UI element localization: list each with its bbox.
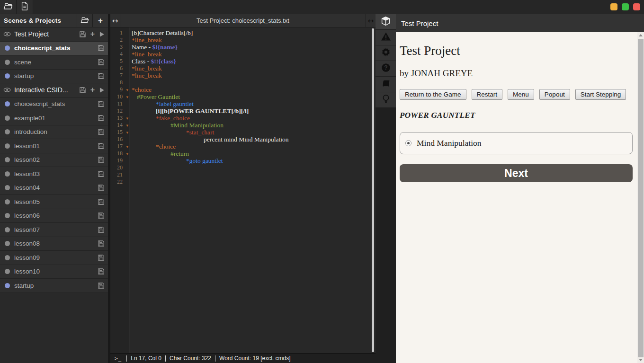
fold-arrow-icon[interactable]: ▾ <box>126 143 128 151</box>
add-scene-icon[interactable]: + <box>90 86 95 94</box>
scene-row-lesson06[interactable]: lesson06 <box>0 209 108 223</box>
close-dot[interactable] <box>633 3 640 10</box>
issues-tab[interactable] <box>376 30 396 45</box>
svg-text:?: ? <box>384 64 387 71</box>
scene-row-example01[interactable]: example01 <box>0 111 108 125</box>
scene-row-lesson09[interactable]: lesson09 <box>0 251 108 265</box>
collapse-left-handle[interactable]: ↔ <box>110 14 120 27</box>
project-row-test-project[interactable]: Test Project+ <box>0 27 108 42</box>
scene-status-dot <box>5 129 10 134</box>
scene-status-dot <box>5 227 10 232</box>
open-project-sidebar-button[interactable] <box>77 14 92 27</box>
scroll-down-icon[interactable] <box>639 357 643 363</box>
save-icon[interactable] <box>98 142 105 150</box>
tips-tab[interactable] <box>376 92 396 107</box>
console-icon[interactable]: >_ <box>110 355 126 362</box>
save-icon[interactable] <box>98 212 105 219</box>
run-project-icon[interactable] <box>99 87 105 93</box>
scene-row-introduction[interactable]: introduction <box>0 125 108 140</box>
scene-row-lesson01[interactable]: lesson01 <box>0 139 108 153</box>
fold-arrow-icon[interactable]: ▾ <box>126 115 128 122</box>
eye-icon[interactable] <box>3 31 11 37</box>
documentation-tab[interactable] <box>376 77 396 92</box>
cside-app: Scenes & Projects + Test Project+choices… <box>0 0 644 363</box>
code-line: *line_break <box>132 72 376 79</box>
restart-button[interactable]: Restart <box>472 89 503 100</box>
scene-status-dot <box>5 241 10 246</box>
save-icon[interactable] <box>98 268 105 275</box>
line-number: 2 <box>110 36 129 44</box>
run-project-icon[interactable] <box>99 31 105 37</box>
window-controls <box>610 0 644 14</box>
save-icon[interactable] <box>98 170 105 177</box>
collapse-right-handle[interactable]: ↔ <box>366 14 376 27</box>
code-line: *line_break <box>132 36 376 44</box>
scene-row-lesson08[interactable]: lesson08 <box>0 237 108 251</box>
save-icon[interactable] <box>98 59 105 66</box>
next-button[interactable]: Next <box>400 164 633 182</box>
scene-row-choicescript-stats[interactable]: choicescript_stats <box>0 97 108 112</box>
choice-option[interactable]: Mind Manipulation <box>400 132 633 154</box>
minimize-dot[interactable] <box>610 3 617 10</box>
editor-scrollbar[interactable] <box>372 28 374 352</box>
save-icon[interactable] <box>98 100 105 107</box>
fold-arrow-icon[interactable]: ▾ <box>126 129 128 136</box>
save-icon[interactable] <box>98 184 105 191</box>
menu-button[interactable]: Menu <box>508 89 534 100</box>
save-icon[interactable] <box>98 254 105 261</box>
save-icon[interactable] <box>98 240 105 247</box>
maximize-dot[interactable] <box>622 3 629 10</box>
start-stepping-button[interactable]: Start Stepping <box>575 89 626 100</box>
scene-row-scene[interactable]: scene <box>0 55 108 70</box>
save-icon[interactable] <box>98 128 105 135</box>
game-tab[interactable] <box>376 14 396 29</box>
open-project-button[interactable] <box>0 0 17 14</box>
editor-body[interactable]: 123456789▾10▾111213▾14▾15▾1617▾18▾192021… <box>110 27 376 353</box>
new-file-button[interactable] <box>17 0 33 14</box>
scene-row-lesson02[interactable]: lesson02 <box>0 153 108 168</box>
fold-arrow-icon[interactable]: ▾ <box>126 94 128 101</box>
save-icon[interactable] <box>98 198 105 205</box>
fold-arrow-icon[interactable]: ▾ <box>126 87 128 94</box>
bulb-icon <box>382 94 390 106</box>
scene-row-lesson05[interactable]: lesson05 <box>0 195 108 209</box>
add-scene-icon[interactable]: + <box>90 30 95 38</box>
folder-open-icon <box>80 16 89 26</box>
save-icon[interactable] <box>79 31 86 38</box>
radio-selected-icon[interactable] <box>405 140 411 146</box>
scene-row-lesson07[interactable]: lesson07 <box>0 223 108 237</box>
fold-arrow-icon[interactable]: ▾ <box>126 151 128 158</box>
scenes-projects-sidebar: Scenes & Projects + Test Project+choices… <box>0 14 108 363</box>
popout-button[interactable]: Popout <box>539 89 570 100</box>
eye-icon[interactable] <box>3 87 11 93</box>
game-scrollbar[interactable] <box>637 32 644 363</box>
save-icon[interactable] <box>98 156 105 163</box>
cube-icon <box>381 16 391 28</box>
scene-row-lesson04[interactable]: lesson04 <box>0 181 108 195</box>
right-tab-strip: ? <box>376 14 396 363</box>
scene-label: choicescript_stats <box>14 44 93 52</box>
scene-row-startup[interactable]: startup <box>0 279 108 293</box>
scene-status-dot <box>5 269 10 274</box>
help-icon: ? <box>381 63 391 74</box>
save-icon[interactable] <box>98 72 105 80</box>
save-icon[interactable] <box>98 282 105 289</box>
scrollbar-thumb[interactable] <box>638 39 644 357</box>
save-icon[interactable] <box>98 44 105 52</box>
fold-arrow-icon[interactable]: ▾ <box>126 122 128 129</box>
scene-label: lesson07 <box>14 226 93 233</box>
scene-row-choicescript-stats[interactable]: choicescript_stats <box>0 42 108 56</box>
return-to-the-game-button[interactable]: Return to the Game <box>400 89 466 100</box>
save-icon[interactable] <box>98 226 105 233</box>
scroll-up-icon[interactable] <box>639 32 643 38</box>
code-text-area[interactable]: [b]Character Details[/b]*line_breakName … <box>129 27 376 353</box>
scene-row-lesson03[interactable]: lesson03 <box>0 167 108 181</box>
new-project-button[interactable]: + <box>92 14 108 27</box>
save-icon[interactable] <box>79 87 86 94</box>
scene-row-lesson10[interactable]: lesson10 <box>0 265 108 279</box>
scene-row-startup[interactable]: startup <box>0 70 108 84</box>
settings-tab[interactable] <box>376 45 396 61</box>
save-icon[interactable] <box>98 115 105 122</box>
help-tab[interactable]: ? <box>376 61 396 76</box>
project-row-interactive-csid[interactable]: Interactive CSID...+ <box>0 83 108 97</box>
